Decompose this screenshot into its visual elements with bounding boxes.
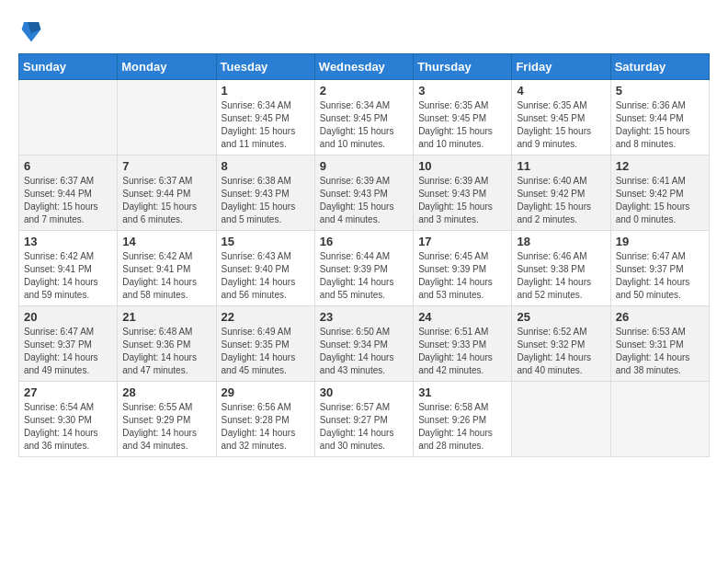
day-number: 6 <box>24 159 112 173</box>
cell-content: Sunrise: 6:46 AM Sunset: 9:38 PM Dayligh… <box>517 250 605 302</box>
week-row-1: 1Sunrise: 6:34 AM Sunset: 9:45 PM Daylig… <box>19 80 710 155</box>
calendar-cell: 7Sunrise: 6:37 AM Sunset: 9:44 PM Daylig… <box>118 155 216 231</box>
cell-content: Sunrise: 6:56 AM Sunset: 9:28 PM Dayligh… <box>222 401 310 453</box>
calendar-cell: 25Sunrise: 6:52 AM Sunset: 9:32 PM Dayli… <box>512 306 610 382</box>
day-number: 31 <box>418 385 506 399</box>
day-number: 15 <box>222 235 310 248</box>
day-number: 10 <box>418 159 506 173</box>
cell-content: Sunrise: 6:34 AM Sunset: 9:45 PM Dayligh… <box>222 99 310 151</box>
day-number: 27 <box>24 385 112 399</box>
page-header <box>18 18 710 44</box>
cell-content: Sunrise: 6:39 AM Sunset: 9:43 PM Dayligh… <box>418 175 506 226</box>
day-number: 16 <box>320 235 408 248</box>
day-number: 18 <box>517 235 605 248</box>
calendar-cell: 10Sunrise: 6:39 AM Sunset: 9:43 PM Dayli… <box>414 155 512 231</box>
day-number: 19 <box>616 235 704 248</box>
cell-content: Sunrise: 6:45 AM Sunset: 9:39 PM Dayligh… <box>418 250 506 302</box>
cell-content: Sunrise: 6:57 AM Sunset: 9:27 PM Dayligh… <box>320 401 408 453</box>
day-number: 9 <box>320 159 408 173</box>
calendar-cell: 2Sunrise: 6:34 AM Sunset: 9:45 PM Daylig… <box>314 80 413 155</box>
week-row-4: 20Sunrise: 6:47 AM Sunset: 9:37 PM Dayli… <box>19 306 710 382</box>
weekday-header-saturday: Saturday <box>610 54 709 80</box>
calendar-cell: 31Sunrise: 6:58 AM Sunset: 9:26 PM Dayli… <box>414 382 512 457</box>
calendar-cell <box>512 382 610 457</box>
calendar-cell: 30Sunrise: 6:57 AM Sunset: 9:27 PM Dayli… <box>314 382 413 457</box>
cell-content: Sunrise: 6:40 AM Sunset: 9:42 PM Dayligh… <box>517 175 605 226</box>
cell-content: Sunrise: 6:42 AM Sunset: 9:41 PM Dayligh… <box>24 250 112 302</box>
day-number: 13 <box>24 235 112 248</box>
weekday-header-row: SundayMondayTuesdayWednesdayThursdayFrid… <box>19 54 710 80</box>
cell-content: Sunrise: 6:43 AM Sunset: 9:40 PM Dayligh… <box>222 250 310 302</box>
weekday-header-tuesday: Tuesday <box>216 54 314 80</box>
calendar-cell <box>610 382 709 457</box>
week-row-5: 27Sunrise: 6:54 AM Sunset: 9:30 PM Dayli… <box>19 382 710 457</box>
cell-content: Sunrise: 6:52 AM Sunset: 9:32 PM Dayligh… <box>517 326 605 377</box>
cell-content: Sunrise: 6:38 AM Sunset: 9:43 PM Dayligh… <box>222 175 310 226</box>
calendar-cell: 13Sunrise: 6:42 AM Sunset: 9:41 PM Dayli… <box>19 231 118 306</box>
day-number: 22 <box>222 310 310 324</box>
day-number: 20 <box>24 310 112 324</box>
calendar-cell: 16Sunrise: 6:44 AM Sunset: 9:39 PM Dayli… <box>314 231 413 306</box>
day-number: 26 <box>616 310 704 324</box>
calendar-cell: 1Sunrise: 6:34 AM Sunset: 9:45 PM Daylig… <box>216 80 314 155</box>
calendar-cell: 24Sunrise: 6:51 AM Sunset: 9:33 PM Dayli… <box>414 306 512 382</box>
day-number: 12 <box>616 159 704 173</box>
day-number: 8 <box>222 159 310 173</box>
cell-content: Sunrise: 6:51 AM Sunset: 9:33 PM Dayligh… <box>418 326 506 377</box>
cell-content: Sunrise: 6:44 AM Sunset: 9:39 PM Dayligh… <box>320 250 408 302</box>
cell-content: Sunrise: 6:58 AM Sunset: 9:26 PM Dayligh… <box>418 401 506 453</box>
calendar-cell: 17Sunrise: 6:45 AM Sunset: 9:39 PM Dayli… <box>414 231 512 306</box>
cell-content: Sunrise: 6:37 AM Sunset: 9:44 PM Dayligh… <box>24 175 112 226</box>
cell-content: Sunrise: 6:36 AM Sunset: 9:44 PM Dayligh… <box>616 99 704 151</box>
cell-content: Sunrise: 6:42 AM Sunset: 9:41 PM Dayligh… <box>122 250 210 302</box>
cell-content: Sunrise: 6:39 AM Sunset: 9:43 PM Dayligh… <box>320 175 408 226</box>
day-number: 5 <box>616 84 704 98</box>
week-row-2: 6Sunrise: 6:37 AM Sunset: 9:44 PM Daylig… <box>19 155 710 231</box>
calendar-cell: 22Sunrise: 6:49 AM Sunset: 9:35 PM Dayli… <box>216 306 314 382</box>
cell-content: Sunrise: 6:34 AM Sunset: 9:45 PM Dayligh… <box>320 99 408 151</box>
cell-content: Sunrise: 6:55 AM Sunset: 9:29 PM Dayligh… <box>122 401 210 453</box>
day-number: 11 <box>517 159 605 173</box>
calendar: SundayMondayTuesdayWednesdayThursdayFrid… <box>18 53 710 457</box>
day-number: 2 <box>320 84 408 98</box>
week-row-3: 13Sunrise: 6:42 AM Sunset: 9:41 PM Dayli… <box>19 231 710 306</box>
calendar-cell: 4Sunrise: 6:35 AM Sunset: 9:45 PM Daylig… <box>512 80 610 155</box>
calendar-cell: 11Sunrise: 6:40 AM Sunset: 9:42 PM Dayli… <box>512 155 610 231</box>
day-number: 21 <box>122 310 210 324</box>
cell-content: Sunrise: 6:49 AM Sunset: 9:35 PM Dayligh… <box>222 326 310 377</box>
cell-content: Sunrise: 6:54 AM Sunset: 9:30 PM Dayligh… <box>24 401 112 453</box>
day-number: 30 <box>320 385 408 399</box>
day-number: 14 <box>122 235 210 248</box>
cell-content: Sunrise: 6:35 AM Sunset: 9:45 PM Dayligh… <box>517 99 605 151</box>
cell-content: Sunrise: 6:53 AM Sunset: 9:31 PM Dayligh… <box>616 326 704 377</box>
calendar-cell: 8Sunrise: 6:38 AM Sunset: 9:43 PM Daylig… <box>216 155 314 231</box>
weekday-header-thursday: Thursday <box>414 54 512 80</box>
calendar-cell: 12Sunrise: 6:41 AM Sunset: 9:42 PM Dayli… <box>610 155 709 231</box>
calendar-cell <box>118 80 216 155</box>
day-number: 4 <box>517 84 605 98</box>
weekday-header-sunday: Sunday <box>19 54 118 80</box>
calendar-cell: 20Sunrise: 6:47 AM Sunset: 9:37 PM Dayli… <box>19 306 118 382</box>
calendar-cell: 6Sunrise: 6:37 AM Sunset: 9:44 PM Daylig… <box>19 155 118 231</box>
day-number: 7 <box>122 159 210 173</box>
weekday-header-friday: Friday <box>512 54 610 80</box>
calendar-cell: 23Sunrise: 6:50 AM Sunset: 9:34 PM Dayli… <box>314 306 413 382</box>
cell-content: Sunrise: 6:50 AM Sunset: 9:34 PM Dayligh… <box>320 326 408 377</box>
calendar-cell: 9Sunrise: 6:39 AM Sunset: 9:43 PM Daylig… <box>314 155 413 231</box>
day-number: 1 <box>222 84 310 98</box>
cell-content: Sunrise: 6:41 AM Sunset: 9:42 PM Dayligh… <box>616 175 704 226</box>
cell-content: Sunrise: 6:48 AM Sunset: 9:36 PM Dayligh… <box>122 326 210 377</box>
day-number: 25 <box>517 310 605 324</box>
day-number: 24 <box>418 310 506 324</box>
calendar-cell: 27Sunrise: 6:54 AM Sunset: 9:30 PM Dayli… <box>19 382 118 457</box>
day-number: 23 <box>320 310 408 324</box>
cell-content: Sunrise: 6:35 AM Sunset: 9:45 PM Dayligh… <box>418 99 506 151</box>
calendar-cell: 18Sunrise: 6:46 AM Sunset: 9:38 PM Dayli… <box>512 231 610 306</box>
weekday-header-wednesday: Wednesday <box>314 54 413 80</box>
cell-content: Sunrise: 6:47 AM Sunset: 9:37 PM Dayligh… <box>24 326 112 377</box>
calendar-cell: 28Sunrise: 6:55 AM Sunset: 9:29 PM Dayli… <box>118 382 216 457</box>
calendar-cell: 15Sunrise: 6:43 AM Sunset: 9:40 PM Dayli… <box>216 231 314 306</box>
day-number: 29 <box>222 385 310 399</box>
calendar-cell: 26Sunrise: 6:53 AM Sunset: 9:31 PM Dayli… <box>610 306 709 382</box>
cell-content: Sunrise: 6:37 AM Sunset: 9:44 PM Dayligh… <box>122 175 210 226</box>
